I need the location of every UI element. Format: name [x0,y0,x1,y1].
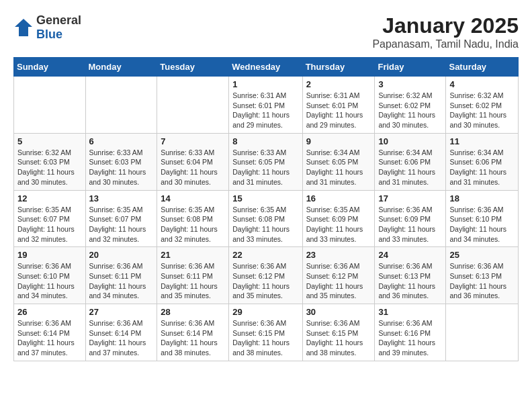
svg-marker-0 [15,19,32,36]
calendar-cell: 26Sunrise: 6:36 AMSunset: 6:14 PMDayligh… [14,304,86,361]
calendar-cell: 30Sunrise: 6:36 AMSunset: 6:15 PMDayligh… [302,304,375,361]
calendar-cell: 7Sunrise: 6:33 AMSunset: 6:04 PMDaylight… [157,133,229,190]
week-row: 12Sunrise: 6:35 AMSunset: 6:07 PMDayligh… [14,190,519,247]
day-number: 22 [232,250,298,260]
day-number: 18 [449,193,515,203]
calendar-cell: 1Sunrise: 6:31 AMSunset: 6:01 PMDaylight… [229,77,302,134]
day-info: Sunrise: 6:36 AMSunset: 6:09 PMDaylight:… [378,205,442,244]
calendar-cell: 23Sunrise: 6:36 AMSunset: 6:12 PMDayligh… [302,247,375,304]
day-info: Sunrise: 6:36 AMSunset: 6:10 PMDaylight:… [449,205,515,244]
day-number: 6 [89,136,154,146]
week-row: 19Sunrise: 6:36 AMSunset: 6:10 PMDayligh… [14,247,519,304]
day-info: Sunrise: 6:35 AMSunset: 6:09 PMDaylight:… [306,205,371,244]
day-number: 23 [306,250,371,260]
day-number: 26 [17,307,82,317]
day-info: Sunrise: 6:35 AMSunset: 6:07 PMDaylight:… [89,205,154,244]
day-info: Sunrise: 6:32 AMSunset: 6:03 PMDaylight:… [17,148,82,187]
day-info: Sunrise: 6:34 AMSunset: 6:05 PMDaylight:… [306,148,371,187]
day-number: 19 [17,250,82,260]
day-number: 2 [306,79,371,89]
day-info: Sunrise: 6:31 AMSunset: 6:01 PMDaylight:… [232,91,298,130]
weekday-header-row: SundayMondayTuesdayWednesdayThursdayFrid… [14,58,519,77]
calendar-cell: 31Sunrise: 6:36 AMSunset: 6:16 PMDayligh… [375,304,446,361]
day-info: Sunrise: 6:35 AMSunset: 6:08 PMDaylight:… [232,205,298,244]
day-info: Sunrise: 6:36 AMSunset: 6:15 PMDaylight:… [306,318,371,358]
calendar-cell: 9Sunrise: 6:34 AMSunset: 6:05 PMDaylight… [302,133,375,190]
weekday-header-thursday: Thursday [302,58,375,77]
day-info: Sunrise: 6:33 AMSunset: 6:04 PMDaylight:… [161,148,225,187]
calendar-cell: 5Sunrise: 6:32 AMSunset: 6:03 PMDaylight… [14,133,86,190]
day-number: 15 [232,193,298,203]
calendar-cell: 28Sunrise: 6:36 AMSunset: 6:14 PMDayligh… [157,304,229,361]
day-number: 3 [378,79,442,89]
day-number: 14 [161,193,225,203]
day-number: 24 [378,250,442,260]
calendar-cell [85,77,157,134]
calendar-cell: 17Sunrise: 6:36 AMSunset: 6:09 PMDayligh… [375,190,446,247]
day-info: Sunrise: 6:34 AMSunset: 6:06 PMDaylight:… [449,148,515,187]
calendar-cell: 25Sunrise: 6:36 AMSunset: 6:13 PMDayligh… [446,247,519,304]
day-number: 20 [89,250,154,260]
calendar-cell: 12Sunrise: 6:35 AMSunset: 6:07 PMDayligh… [14,190,86,247]
weekday-header-friday: Friday [375,58,446,77]
day-number: 25 [449,250,515,260]
day-info: Sunrise: 6:36 AMSunset: 6:13 PMDaylight:… [378,261,442,301]
weekday-header-wednesday: Wednesday [229,58,302,77]
day-info: Sunrise: 6:36 AMSunset: 6:14 PMDaylight:… [161,318,225,358]
calendar-cell: 21Sunrise: 6:36 AMSunset: 6:11 PMDayligh… [157,247,229,304]
day-info: Sunrise: 6:36 AMSunset: 6:15 PMDaylight:… [232,318,298,358]
day-number: 27 [89,307,154,317]
day-number: 31 [378,307,442,317]
weekday-header-saturday: Saturday [446,58,519,77]
day-info: Sunrise: 6:36 AMSunset: 6:10 PMDaylight:… [17,261,82,301]
day-number: 11 [449,136,515,146]
week-row: 26Sunrise: 6:36 AMSunset: 6:14 PMDayligh… [14,304,519,361]
calendar-cell: 20Sunrise: 6:36 AMSunset: 6:11 PMDayligh… [85,247,157,304]
calendar-cell: 16Sunrise: 6:35 AMSunset: 6:09 PMDayligh… [302,190,375,247]
calendar-cell: 15Sunrise: 6:35 AMSunset: 6:08 PMDayligh… [229,190,302,247]
day-info: Sunrise: 6:33 AMSunset: 6:05 PMDaylight:… [232,148,298,187]
calendar-cell: 24Sunrise: 6:36 AMSunset: 6:13 PMDayligh… [375,247,446,304]
calendar-cell: 8Sunrise: 6:33 AMSunset: 6:05 PMDaylight… [229,133,302,190]
day-number: 1 [232,79,298,89]
calendar-cell: 29Sunrise: 6:36 AMSunset: 6:15 PMDayligh… [229,304,302,361]
day-info: Sunrise: 6:36 AMSunset: 6:12 PMDaylight:… [232,261,298,301]
day-info: Sunrise: 6:32 AMSunset: 6:02 PMDaylight:… [378,91,442,130]
day-number: 8 [232,136,298,146]
calendar-cell: 18Sunrise: 6:36 AMSunset: 6:10 PMDayligh… [446,190,519,247]
calendar-cell: 27Sunrise: 6:36 AMSunset: 6:14 PMDayligh… [85,304,157,361]
weekday-header-sunday: Sunday [14,58,86,77]
logo-blue: Blue [36,28,81,42]
calendar-cell: 14Sunrise: 6:35 AMSunset: 6:08 PMDayligh… [157,190,229,247]
day-info: Sunrise: 6:35 AMSunset: 6:07 PMDaylight:… [17,205,82,244]
logo-general: General [36,13,81,28]
calendar-cell: 10Sunrise: 6:34 AMSunset: 6:06 PMDayligh… [375,133,446,190]
week-row: 5Sunrise: 6:32 AMSunset: 6:03 PMDaylight… [14,133,519,190]
logo: General Blue [13,13,81,42]
day-info: Sunrise: 6:36 AMSunset: 6:11 PMDaylight:… [89,261,154,301]
day-info: Sunrise: 6:35 AMSunset: 6:08 PMDaylight:… [161,205,225,244]
day-info: Sunrise: 6:36 AMSunset: 6:12 PMDaylight:… [306,261,371,301]
location: Papanasam, Tamil Nadu, India [372,38,519,50]
day-number: 9 [306,136,371,146]
calendar-cell: 3Sunrise: 6:32 AMSunset: 6:02 PMDaylight… [375,77,446,134]
day-number: 10 [378,136,442,146]
calendar-cell: 11Sunrise: 6:34 AMSunset: 6:06 PMDayligh… [446,133,519,190]
day-number: 17 [378,193,442,203]
month-title: January 2025 [372,13,519,38]
calendar-cell [14,77,86,134]
calendar-cell [446,304,519,361]
day-number: 4 [449,79,515,89]
week-row: 1Sunrise: 6:31 AMSunset: 6:01 PMDaylight… [14,77,519,134]
day-number: 30 [306,307,371,317]
day-info: Sunrise: 6:33 AMSunset: 6:03 PMDaylight:… [89,148,154,187]
day-number: 13 [89,193,154,203]
calendar-cell: 13Sunrise: 6:35 AMSunset: 6:07 PMDayligh… [85,190,157,247]
calendar-cell [157,77,229,134]
day-number: 12 [17,193,82,203]
logo-icon [13,17,34,38]
day-info: Sunrise: 6:31 AMSunset: 6:01 PMDaylight:… [306,91,371,130]
day-number: 7 [161,136,225,146]
calendar-cell: 2Sunrise: 6:31 AMSunset: 6:01 PMDaylight… [302,77,375,134]
day-info: Sunrise: 6:36 AMSunset: 6:14 PMDaylight:… [17,318,82,358]
